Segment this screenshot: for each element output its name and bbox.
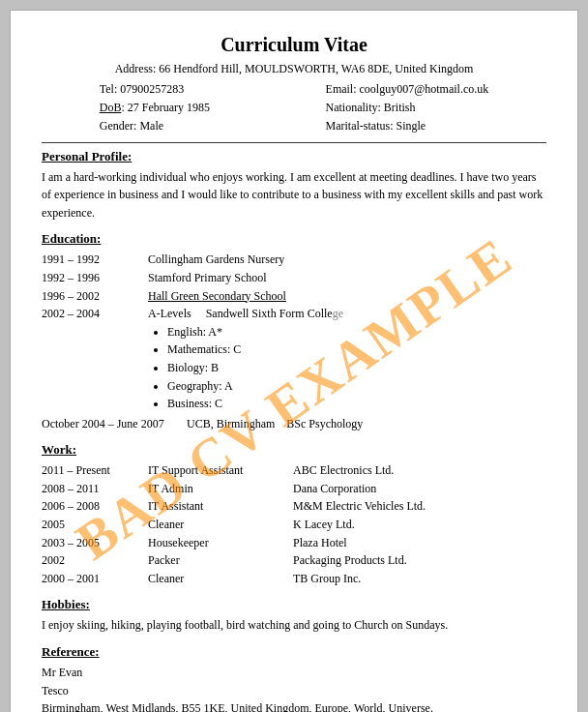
bullet-geo: Geography: A [167, 377, 546, 396]
dob-line: DoB: 27 February 1985 [100, 99, 210, 117]
work-job-7: Cleaner [148, 570, 293, 588]
work-job-6: Packer [148, 551, 293, 570]
page-title: Curriculum Vitae [42, 34, 546, 56]
work-company-4: K Lacey Ltd. [293, 516, 546, 534]
edu-detail-1: Collingham Gardens Nursery [148, 251, 546, 269]
work-row-6: 2002 Packer Packaging Products Ltd. [42, 551, 546, 570]
section-profile: Personal Profile: I am a hard-working in… [42, 149, 546, 222]
work-job-3: IT Assistant [148, 497, 293, 516]
profile-body: I am a hard-working individual who enjoy… [42, 168, 546, 222]
email-line: Email: coolguy007@hotmail.co.uk [326, 80, 489, 99]
edu-degree-row: October 2004 – June 2007 UCB, Birmingham… [42, 415, 546, 433]
section-reference: Reference: Mr Evan Tesco Birmingham, Wes… [42, 644, 546, 712]
work-row-3: 2006 – 2008 IT Assistant M&M Electric Ve… [42, 497, 546, 516]
work-row-5: 2003 – 2005 Housekeeper Plaza Hotel [42, 534, 546, 552]
contact-right: Email: coolguy007@hotmail.co.uk National… [326, 80, 489, 136]
hobbies-body: I enjoy skiing, hiking, playing football… [42, 616, 546, 635]
work-company-5: Plaza Hotel [293, 534, 546, 552]
bullet-biz: Business: C [167, 395, 546, 413]
section-hobbies: Hobbies: I enjoy skiing, hiking, playing… [42, 597, 546, 635]
contact-left: Tel: 07900257283 DoB: 27 February 1985 G… [100, 80, 210, 136]
edu-row-4: 2002 – 2004 A-Levels Sandwell Sixth Form… [42, 305, 546, 323]
hobbies-title: Hobbies: [42, 597, 546, 612]
address-line: Address: 66 Hendford Hill, MOULDSWORTH, … [42, 62, 546, 76]
work-company-2: Dana Corporation [293, 480, 546, 498]
work-row-2: 2008 – 2011 IT Admin Dana Corporation [42, 480, 546, 498]
work-year-7: 2000 – 2001 [42, 570, 148, 588]
work-row-4: 2005 Cleaner K Lacey Ltd. [42, 516, 546, 534]
edu-row-3: 1996 – 2002 Hall Green Secondary School [42, 287, 546, 306]
section-work: Work: 2011 – Present IT Support Assistan… [42, 442, 546, 587]
work-job-2: IT Admin [148, 480, 293, 498]
marital-line: Marital-status: Single [326, 117, 489, 135]
edu-row-1: 1991 – 1992 Collingham Gardens Nursery [42, 251, 546, 269]
edu-bullets: English: A* Mathematics: C Biology: B Ge… [167, 323, 546, 413]
edu-row-2: 1992 – 1996 Stamford Primary School [42, 269, 546, 287]
gender-line: Gender: Male [100, 117, 210, 135]
work-year-3: 2006 – 2008 [42, 497, 148, 516]
work-company-3: M&M Electric Vehicles Ltd. [293, 497, 546, 516]
profile-title: Personal Profile: [42, 149, 546, 164]
edu-degree-year: October 2004 – June 2007 [42, 415, 187, 433]
edu-degree-detail: UCB, Birmingham BSc Psychology [187, 415, 546, 433]
ref-name: Mr Evan [42, 664, 546, 682]
edu-year-1: 1991 – 1992 [42, 251, 148, 269]
edu-detail-2: Stamford Primary School [148, 269, 546, 287]
work-year-1: 2011 – Present [42, 461, 148, 480]
nationality-line: Nationality: British [326, 99, 489, 117]
education-title: Education: [42, 231, 546, 247]
work-year-6: 2002 [42, 551, 148, 570]
edu-year-2: 1992 – 1996 [42, 269, 148, 287]
contact-grid: Tel: 07900257283 DoB: 27 February 1985 G… [42, 80, 546, 136]
dob-label: DoB [100, 101, 122, 114]
work-job-5: Housekeeper [148, 534, 293, 552]
bullet-english: English: A* [167, 323, 546, 341]
work-job-1: IT Support Assistant [148, 461, 293, 480]
work-company-7: TB Group Inc. [293, 570, 546, 588]
bullet-bio: Biology: B [167, 359, 546, 377]
work-company-1: ABC Electronics Ltd. [293, 461, 546, 480]
work-year-2: 2008 – 2011 [42, 480, 148, 498]
tel-line: Tel: 07900257283 [100, 80, 210, 99]
edu-year-4: 2002 – 2004 [42, 305, 148, 323]
ref-address: Birmingham, West Midlands, B55 1KE, Unit… [42, 699, 546, 712]
work-year-5: 2003 – 2005 [42, 534, 148, 552]
ref-company: Tesco [42, 682, 546, 700]
section-education: Education: 1991 – 1992 Collingham Garden… [42, 231, 546, 432]
divider-top [42, 142, 546, 143]
reference-title: Reference: [42, 644, 546, 660]
work-row-1: 2011 – Present IT Support Assistant ABC … [42, 461, 546, 480]
edu-year-3: 1996 – 2002 [42, 287, 148, 306]
bullet-math: Mathematics: C [167, 341, 546, 359]
work-row-7: 2000 – 2001 Cleaner TB Group Inc. [42, 570, 546, 588]
edu-detail-3: Hall Green Secondary School [148, 287, 546, 306]
work-year-4: 2005 [42, 516, 148, 534]
cv-page: BAD CV EXAMPLE Curriculum Vitae Address:… [10, 10, 578, 712]
work-title: Work: [42, 442, 546, 458]
reference-body: Mr Evan Tesco Birmingham, West Midlands,… [42, 664, 546, 712]
work-job-4: Cleaner [148, 516, 293, 534]
work-company-6: Packaging Products Ltd. [293, 551, 546, 570]
edu-detail-4: A-Levels Sandwell Sixth Form College [148, 305, 546, 323]
